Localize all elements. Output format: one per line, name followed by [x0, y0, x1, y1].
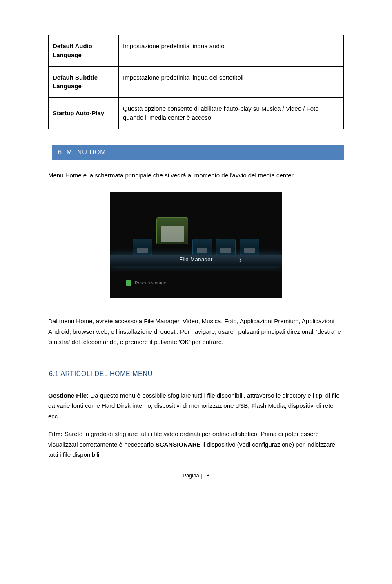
setting-label: Default Audio Language: [49, 35, 119, 67]
intro-text: Menu Home è la schermata principale che …: [48, 170, 344, 181]
scansionare-label: SCANSIONARE: [156, 441, 201, 448]
chevron-right-icon: ›: [239, 255, 242, 264]
table-row: Default Audio Language Impostazione pred…: [49, 35, 344, 67]
rescan-storage: Rescan storage: [126, 280, 166, 286]
gestione-file-label: Gestione File:: [48, 392, 89, 399]
setting-desc: Questa opzione consente di abilitare l'a…: [119, 98, 344, 129]
menu-tile-icon-selected: [156, 217, 188, 244]
menu-selected-label: File Manager: [110, 256, 282, 262]
table-row: Startup Auto-Play Questa opzione consent…: [49, 98, 344, 129]
menu-tile-icon: [240, 239, 259, 255]
setting-label: Startup Auto-Play: [49, 98, 119, 129]
home-menu-screenshot: File Manager › Rescan storage: [110, 192, 282, 298]
setting-desc: Impostazione predefinita lingua audio: [119, 35, 344, 67]
setting-label: Default Subtitle Language: [49, 66, 119, 98]
setting-desc: Impostazione predefinita lingua dei sott…: [119, 66, 344, 98]
film-paragraph: Film: Sarete in grado di sfogliare tutti…: [48, 429, 344, 460]
gestione-file-paragraph: Gestione File: Da questo menu è possibil…: [48, 390, 344, 422]
rescan-label: Rescan storage: [135, 280, 166, 285]
page-footer: Pagina | 18: [48, 472, 344, 479]
rescan-indicator-icon: [126, 280, 131, 286]
menu-tile-icon: [192, 239, 212, 255]
settings-table: Default Audio Language Impostazione pred…: [48, 35, 344, 129]
section-heading-menu-home: 6. MENU HOME: [48, 145, 344, 160]
menu-tile-icon: [216, 239, 236, 255]
table-row: Default Subtitle Language Impostazione p…: [49, 66, 344, 98]
film-label: Film:: [48, 430, 63, 437]
gestione-file-text: Da questo menu è possibile sfogliare tut…: [48, 392, 340, 420]
home-menu-description: Dal menu Home, avrete accesso a File Man…: [48, 316, 344, 347]
menu-tile-icon: [133, 239, 152, 255]
section-heading-articoli: 6.1 ARTICOLI DEL HOME MENU: [48, 368, 344, 380]
